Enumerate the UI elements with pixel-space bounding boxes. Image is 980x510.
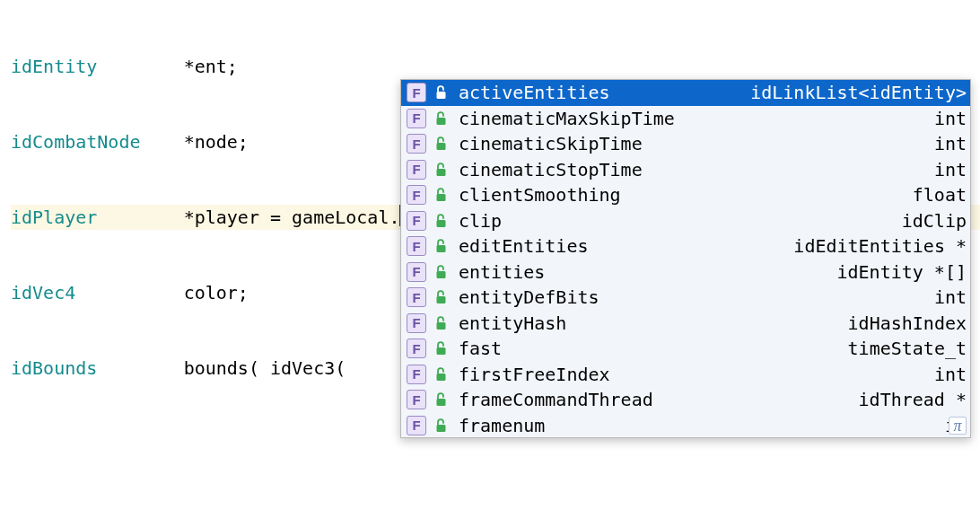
autocomplete-item-type: int [934,106,967,131]
svg-rect-0 [437,92,446,99]
autocomplete-item-type: idHashIndex [848,311,967,336]
field-icon: F [403,108,430,129]
autocomplete-item-type: int [934,285,967,310]
svg-rect-3 [437,169,446,176]
field-icon: F [403,133,430,154]
autocomplete-item-type: idThread * [859,387,967,412]
unlocked-icon [432,418,451,433]
svg-rect-6 [437,245,446,252]
autocomplete-item-name: fast [459,336,502,361]
svg-rect-10 [437,347,446,355]
autocomplete-item[interactable]: FcinematicMaxSkipTimeint [401,106,970,132]
autocomplete-item[interactable]: FcinematicSkipTimeint [401,131,970,157]
unlocked-icon [432,341,451,356]
field-icon: F [403,286,430,308]
pi-icon[interactable]: π [949,417,967,435]
svg-rect-9 [437,322,446,330]
unlocked-icon [432,265,451,279]
unlocked-icon [432,239,451,253]
autocomplete-item-type: int [934,157,967,182]
autocomplete-item-name: cinematicStopTime [459,157,643,182]
autocomplete-item[interactable]: FclientSmoothingfloat [401,182,970,208]
autocomplete-item-name: activeEntities [459,80,610,105]
code-line: for( ent = gameLocal.spawnedEnt [11,506,980,510]
svg-rect-11 [437,374,446,381]
autocomplete-item-name: entities [459,259,545,285]
autocomplete-item[interactable]: FeditEntitiesidEditEntities * [401,233,970,259]
code-line: idEntity *ent; [11,54,980,79]
autocomplete-item-name: entityDefBits [459,285,599,310]
autocomplete-item[interactable]: FfirstFreeIndexint [401,362,970,388]
unlocked-icon [432,316,451,330]
field-icon: F [403,338,430,359]
type-token: idEntity [11,56,97,77]
autocomplete-item-type: idLinkList<idEntity> [750,80,967,105]
autocomplete-item-type: idClip [902,208,967,233]
type-token: idBounds [11,357,97,379]
type-token: idCombatNode [11,131,141,153]
autocomplete-item-type: float [913,182,967,207]
autocomplete-item-name: entityHash [459,311,566,336]
field-icon: F [403,235,430,257]
autocomplete-item-name: clip [459,208,502,233]
autocomplete-item-name: frameCommandThread [459,387,653,412]
svg-rect-8 [437,296,446,303]
autocomplete-popup[interactable]: FactiveEntitiesidLinkList<idEntity>Fcine… [400,79,971,438]
autocomplete-item[interactable]: Fframenumin [401,413,970,439]
autocomplete-item-name: clientSmoothing [459,182,621,207]
field-icon: F [403,184,430,206]
svg-rect-13 [437,425,446,432]
autocomplete-item[interactable]: FcinematicStopTimeint [401,157,970,183]
autocomplete-item[interactable]: FentityDefBitsint [401,285,970,311]
field-icon: F [403,389,430,410]
autocomplete-item-type: idEntity *[] [837,259,967,285]
svg-rect-2 [437,143,446,150]
autocomplete-item-name: editEntities [459,233,589,259]
field-icon: F [403,210,430,232]
field-icon: F [403,415,430,436]
autocomplete-item-type: idEditEntities * [793,233,967,259]
autocomplete-item[interactable]: FentitiesidEntity *[] [401,259,970,286]
unlocked-icon [432,214,451,228]
unlocked-icon [432,111,451,126]
autocomplete-item[interactable]: FfasttimeState_t [401,336,970,362]
autocomplete-item-type: int [934,131,967,156]
field-icon: F [403,261,430,283]
autocomplete-item-type: int [934,362,967,387]
autocomplete-item-type: timeState_t [848,336,967,361]
svg-rect-5 [437,220,446,227]
autocomplete-item-name: cinematicSkipTime [459,131,643,156]
svg-rect-12 [437,399,446,406]
type-token: idPlayer [11,207,97,228]
unlocked-icon [432,136,451,151]
autocomplete-item-name: framenum [459,413,545,438]
svg-rect-1 [437,118,446,125]
autocomplete-item-name: cinematicMaxSkipTime [459,106,675,131]
autocomplete-item-name: firstFreeIndex [459,362,610,387]
unlocked-icon [432,392,451,407]
autocomplete-item[interactable]: FframeCommandThreadidThread * [401,387,970,413]
type-token: idVec4 [11,282,75,303]
unlocked-icon [432,367,451,382]
autocomplete-item[interactable]: FentityHashidHashIndex [401,311,970,337]
svg-rect-7 [437,271,446,278]
field-icon: F [403,364,430,385]
svg-rect-4 [437,194,446,201]
autocomplete-item[interactable]: FclipidClip [401,208,970,234]
unlocked-icon [432,290,451,304]
field-icon: F [403,312,430,334]
field-icon: F [403,82,430,103]
autocomplete-item[interactable]: FactiveEntitiesidLinkList<idEntity> [401,80,970,106]
field-icon: F [403,159,430,180]
unlocked-icon [432,163,451,177]
unlocked-icon [432,85,451,100]
unlocked-icon [432,188,451,202]
